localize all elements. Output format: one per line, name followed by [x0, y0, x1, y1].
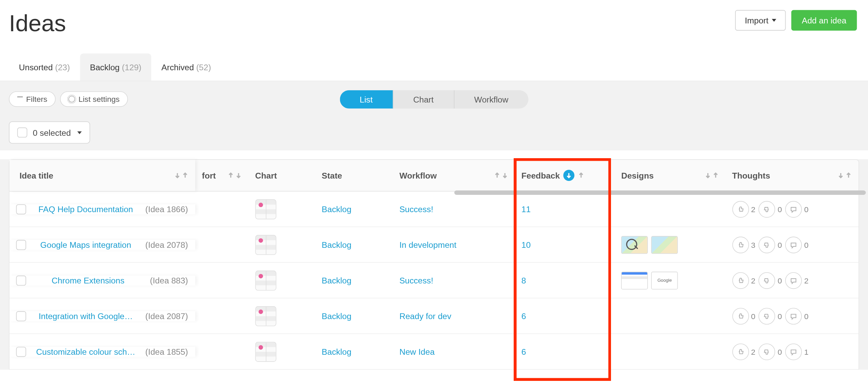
- view-list[interactable]: List: [340, 90, 393, 108]
- comment-button[interactable]: [785, 272, 802, 289]
- idea-id: (Idea 2078): [145, 240, 188, 250]
- idea-title-link[interactable]: Customizable colour sch…: [36, 347, 136, 356]
- sort-up-icon[interactable]: [182, 172, 189, 179]
- gear-icon: [68, 96, 75, 103]
- thumbs-down-button[interactable]: [759, 236, 775, 253]
- design-thumb[interactable]: [621, 272, 648, 289]
- selected-dropdown[interactable]: 0 selected: [9, 122, 90, 144]
- add-idea-button[interactable]: Add an idea: [791, 10, 857, 31]
- idea-id: (Idea 1866): [145, 204, 188, 214]
- sort-down-icon[interactable]: [174, 172, 181, 179]
- comment-button[interactable]: [785, 308, 802, 324]
- comment-count: 0: [804, 240, 809, 249]
- col-designs[interactable]: Designs: [614, 160, 725, 191]
- list-settings-button[interactable]: List settings: [60, 91, 128, 107]
- select-all-checkbox[interactable]: [17, 128, 27, 138]
- state-link[interactable]: Backlog: [322, 240, 352, 250]
- sort-up-icon[interactable]: [228, 172, 234, 179]
- idea-title-link[interactable]: FAQ Help Documentation: [38, 204, 133, 214]
- comment-button[interactable]: [785, 343, 802, 360]
- state-link[interactable]: Backlog: [322, 311, 352, 321]
- sort-down-icon[interactable]: [837, 172, 844, 179]
- view-workflow[interactable]: Workflow: [454, 90, 529, 108]
- cell-title: Google Maps integration (Idea 2078): [9, 240, 195, 250]
- thumbs-up-button[interactable]: [732, 236, 749, 253]
- cell-chart[interactable]: [249, 235, 315, 255]
- feedback-link[interactable]: 11: [521, 204, 531, 214]
- col-chart[interactable]: Chart: [249, 160, 315, 191]
- state-link[interactable]: Backlog: [322, 204, 352, 214]
- sort-down-icon[interactable]: [235, 172, 242, 179]
- comment-count: 2: [804, 276, 809, 285]
- cell-chart[interactable]: [249, 270, 315, 290]
- comment-button[interactable]: [785, 236, 802, 253]
- sort-up-icon[interactable]: [712, 172, 719, 179]
- comment-count: 0: [804, 312, 809, 320]
- tab-unsorted[interactable]: Unsorted (23): [9, 53, 80, 80]
- workflow-link[interactable]: Ready for dev: [399, 311, 451, 321]
- cell-feedback: 11: [515, 204, 614, 214]
- comment-count: 0: [804, 205, 809, 214]
- workflow-link[interactable]: Success!: [399, 204, 433, 214]
- view-chart[interactable]: Chart: [393, 90, 454, 108]
- sort-up-icon[interactable]: [845, 172, 852, 179]
- col-thoughts[interactable]: Thoughts: [726, 160, 859, 191]
- cell-designs: Google: [614, 272, 725, 289]
- thumbs-down-button[interactable]: [759, 308, 775, 324]
- workflow-link[interactable]: Success!: [399, 276, 433, 285]
- up-count: 2: [751, 205, 755, 214]
- state-link[interactable]: Backlog: [322, 347, 352, 356]
- tab-bar: Unsorted (23) Backlog (129) Archived (52…: [0, 37, 868, 81]
- design-thumb[interactable]: Google: [651, 272, 678, 289]
- col-effort[interactable]: fort: [195, 160, 249, 191]
- thumbs-up-button[interactable]: [732, 272, 749, 289]
- sort-up-icon[interactable]: [494, 172, 500, 179]
- cell-chart[interactable]: [249, 199, 315, 219]
- sort-down-icon[interactable]: [704, 172, 711, 179]
- cell-state: Backlog: [315, 276, 393, 285]
- sort-up-icon[interactable]: [578, 172, 585, 179]
- design-thumb[interactable]: [621, 236, 648, 254]
- thumbs-up-button[interactable]: [732, 201, 749, 217]
- down-count: 0: [777, 347, 782, 356]
- idea-title-link[interactable]: Chrome Extensions: [52, 276, 124, 285]
- col-idea-title[interactable]: Idea title: [9, 160, 195, 191]
- tab-backlog[interactable]: Backlog (129): [80, 53, 152, 80]
- comment-button[interactable]: [785, 201, 802, 217]
- idea-title-link[interactable]: Integration with Google…: [39, 311, 133, 321]
- thumbs-up-button[interactable]: [732, 308, 749, 324]
- thumbs-down-button[interactable]: [759, 201, 775, 217]
- col-feedback[interactable]: Feedback: [515, 160, 614, 191]
- row-checkbox[interactable]: [16, 240, 26, 250]
- col-state[interactable]: State: [315, 160, 393, 191]
- filter-icon: [17, 96, 23, 102]
- feedback-link[interactable]: 10: [521, 240, 531, 250]
- import-button[interactable]: Import: [735, 10, 786, 31]
- row-checkbox[interactable]: [16, 275, 26, 285]
- design-thumb[interactable]: [651, 236, 678, 254]
- thumbs-down-button[interactable]: [759, 343, 775, 360]
- sort-active-badge[interactable]: [563, 170, 574, 181]
- table-row: Chrome Extensions (Idea 883) Backlog Suc…: [9, 263, 859, 298]
- cell-state: Backlog: [315, 311, 393, 321]
- cell-state: Backlog: [315, 204, 393, 214]
- filters-button[interactable]: Filters: [9, 91, 56, 107]
- row-checkbox[interactable]: [16, 311, 26, 321]
- cell-chart[interactable]: [249, 306, 315, 326]
- workflow-link[interactable]: New Idea: [399, 347, 435, 356]
- thumbs-down-button[interactable]: [759, 272, 775, 289]
- sort-down-icon[interactable]: [501, 172, 508, 179]
- table-header: Idea title fort Chart State Workflow: [9, 159, 859, 191]
- idea-title-link[interactable]: Google Maps integration: [40, 240, 131, 250]
- tab-archived[interactable]: Archived (52): [152, 53, 221, 80]
- feedback-link[interactable]: 6: [521, 311, 526, 321]
- cell-chart[interactable]: [249, 341, 315, 362]
- col-workflow[interactable]: Workflow: [393, 160, 515, 191]
- workflow-link[interactable]: In development: [399, 240, 456, 250]
- thumbs-up-button[interactable]: [732, 343, 749, 360]
- state-link[interactable]: Backlog: [322, 276, 352, 285]
- feedback-link[interactable]: 8: [521, 276, 526, 285]
- feedback-link[interactable]: 6: [521, 347, 526, 356]
- row-checkbox[interactable]: [16, 347, 26, 357]
- row-checkbox[interactable]: [16, 204, 26, 214]
